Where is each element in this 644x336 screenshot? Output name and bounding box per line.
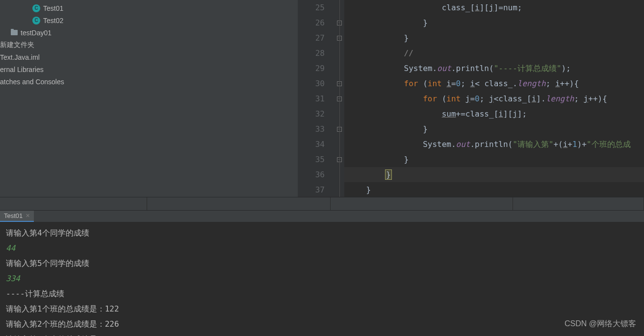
line-number: 34: [298, 137, 325, 152]
tree-item[interactable]: ernal Libraries: [0, 63, 298, 75]
code-line[interactable]: }: [344, 182, 644, 197]
java-class-icon: C: [32, 17, 40, 24]
code-line[interactable]: //: [344, 46, 644, 61]
line-number: 29: [298, 61, 325, 76]
tree-item-label: atches and Consoles: [0, 78, 64, 86]
line-number: 33: [298, 121, 325, 137]
console-line: 请输入第2个班的总成绩是：226: [6, 316, 644, 332]
console-line: 请输入第5个同学的成绩: [6, 256, 644, 271]
line-number: 28: [298, 46, 325, 61]
status-divider: [0, 197, 644, 211]
java-class-icon: C: [32, 4, 40, 12]
line-number: 37: [298, 182, 325, 197]
watermark: CSDN @网络大镖客: [565, 319, 636, 329]
code-line[interactable]: sum+=class_[i][j];: [344, 106, 644, 121]
tree-item[interactable]: CTest01: [0, 2, 298, 14]
tree-item-label: testDay01: [21, 29, 52, 37]
fold-column[interactable]: −−−−−−: [335, 0, 344, 197]
tree-item-label: 新建文件夹: [0, 41, 34, 49]
code-line[interactable]: }: [344, 15, 644, 30]
console-line: 334: [6, 271, 644, 286]
console-output[interactable]: 请输入第4个同学的成绩44请输入第5个同学的成绩334----计算总成绩请输入第…: [0, 222, 644, 336]
tree-item-label: Text.Java.iml: [0, 53, 40, 61]
code-area[interactable]: class_[i][j]=num; } } // System.out.prin…: [344, 0, 644, 197]
project-sidebar[interactable]: CTest01CTest02testDay01新建文件夹Text.Java.im…: [0, 0, 298, 197]
code-line[interactable]: }: [344, 167, 644, 182]
line-number: 30: [298, 76, 325, 91]
code-line[interactable]: for (int j=0; j<class_[i].length; j++){: [344, 91, 644, 106]
line-number: 26: [298, 15, 325, 30]
code-line[interactable]: System.out.println("请输入第"+(i+1)+"个班的总成: [344, 137, 644, 152]
line-number: 27: [298, 30, 325, 46]
line-number: 35: [298, 152, 325, 167]
line-number: 36: [298, 167, 325, 182]
tree-item[interactable]: atches and Consoles: [0, 75, 298, 88]
line-number: 31: [298, 91, 325, 106]
code-line[interactable]: System.out.println("----计算总成绩");: [344, 61, 644, 76]
tree-item[interactable]: 新建文件夹: [0, 39, 298, 51]
code-line[interactable]: class_[i][j]=num;: [344, 0, 644, 15]
close-icon[interactable]: ✕: [26, 213, 30, 219]
code-line[interactable]: }: [344, 30, 644, 46]
code-line[interactable]: for (int i=0; i< class_.length; i++){: [344, 76, 644, 91]
tab-label: Test01: [4, 212, 23, 219]
console-line: 请输入第4个同学的成绩: [6, 225, 644, 240]
line-gutter: 25262728293031323334353637: [298, 0, 335, 197]
run-tab[interactable]: Test01 ✕: [0, 211, 34, 222]
console-line: 请输入第1个班的总成绩是：122: [6, 301, 644, 316]
console-line: 请输入第3个班的总成绩是：695: [6, 332, 644, 336]
tree-item[interactable]: CTest02: [0, 14, 298, 26]
tree-item-label: Test01: [43, 4, 63, 12]
line-number: 32: [298, 106, 325, 121]
console-line: ----计算总成绩: [6, 286, 644, 301]
code-line[interactable]: }: [344, 152, 644, 167]
code-editor[interactable]: 25262728293031323334353637 −−−−−− class_…: [298, 0, 644, 197]
tree-item-label: ernal Libraries: [0, 66, 44, 73]
run-tab-bar[interactable]: Test01 ✕: [0, 211, 644, 222]
folder-icon: [11, 30, 18, 35]
console-line: 44: [6, 240, 644, 256]
tree-item[interactable]: testDay01: [0, 26, 298, 39]
tree-item[interactable]: Text.Java.iml: [0, 51, 298, 63]
line-number: 25: [298, 0, 325, 15]
code-line[interactable]: }: [344, 121, 644, 137]
tree-item-label: Test02: [43, 17, 63, 24]
